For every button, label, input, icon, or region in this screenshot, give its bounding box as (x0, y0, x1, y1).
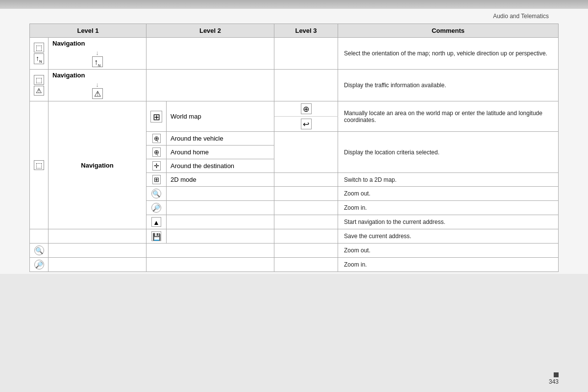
nav-compass-icon: ↑N (92, 56, 103, 67)
level1-nav-main: Navigation (49, 101, 147, 229)
zoomout-icon-cell-nav: 🔍 (147, 187, 167, 201)
nav-icon-group: ⬚ ↑N (34, 43, 44, 65)
top-bar (0, 0, 588, 9)
mode2d-icon: ⊞ (152, 175, 161, 184)
comment-startnav: Start navigation to the current address. (338, 215, 559, 229)
save-icon-cell: 💾 (147, 229, 167, 244)
level3-around-empty (274, 132, 338, 173)
col-comments: Comments (338, 24, 559, 38)
comment-save: Save the current address. (338, 229, 559, 244)
zoomout-label-nav (167, 187, 274, 201)
table-row: 🔎 Zoom in. (30, 258, 559, 272)
page-square-icon (554, 372, 559, 377)
around-home-icon-cell: ⊕̣ (147, 146, 167, 159)
col-level1: Level 1 (30, 24, 147, 38)
comment-zoomin-nav: Zoom in. (338, 201, 559, 215)
zoomout-icon-nav: 🔍 (151, 189, 161, 198)
zoomin-icon-nav: 🔎 (151, 203, 161, 213)
level2-empty (147, 38, 274, 70)
around-home-label-cell: Around home (167, 146, 274, 159)
around-home-icon: ⊕̣ (152, 147, 161, 157)
nav-icon-group-2: ⬚ ⚠ (34, 75, 44, 96)
level3-zoomin (274, 201, 338, 215)
nav-mute-icon: ⬚ (34, 43, 44, 52)
comment-around: Display the location criteria selected. (338, 132, 559, 173)
nav-mute-icon-2: ⬚ (34, 75, 44, 85)
level1-icon-cell-2: ⬚ ⚠ (30, 70, 49, 101)
nav-arrow-down-2: ↓ (96, 81, 99, 88)
level3-zoomout (274, 187, 338, 201)
comment-2dmode: Switch to a 2D map. (338, 173, 559, 187)
around-vehicle-label-cell: Around the vehicle (167, 132, 274, 146)
save-icon: 💾 (151, 231, 161, 241)
mode2d-label-cell: 2D mode (167, 173, 274, 187)
comment-worldmap: Manually locate an area on the world map… (338, 101, 559, 132)
level3-save (274, 229, 338, 244)
table-row: 💾 Save the current address. (30, 229, 559, 244)
around-vehicle-label: Around the vehicle (171, 135, 223, 142)
level1-icon-cell-nav: ⬚ (30, 101, 49, 229)
level2-worldmap-icon: ⊞ (147, 101, 167, 132)
table-row: ⬚ Navigation ⊞ World map ⊕ Manually loca… (30, 101, 559, 117)
around-dest-label-cell: Around the destination (167, 159, 274, 173)
around-dest-icon-cell: ✛ (147, 159, 167, 173)
level3-2dmode (274, 173, 338, 187)
zoomout-icon-bot: 🔍 (34, 245, 44, 255)
startnav-label-cell (167, 215, 274, 229)
around-home-label: Around home (171, 148, 209, 156)
level1-navigation-main: Navigation (81, 162, 113, 169)
crosshair-icon: ⊕ (301, 103, 312, 114)
page-header: Audio and Telematics (0, 9, 588, 22)
startnav-icon-cell: ▲ (147, 215, 167, 229)
dummy-icon-cell (30, 229, 49, 244)
table-row: ⬚ ↑N Navigation ↓ ↑N Select the orientat… (30, 38, 559, 70)
dummy-level1 (49, 229, 147, 244)
level2-worldmap-label: World map (167, 101, 274, 132)
table-row: ⬚ ⚠ Navigation ↓ ⚠ Display the traffic i… (30, 70, 559, 101)
navigation-table: Level 1 Level 2 Level 3 Comments ⬚ ↑N Na… (29, 24, 559, 272)
level2-empty-bot2 (147, 258, 274, 272)
comment-1: Select the orientation of the map; north… (338, 38, 559, 70)
col-level2: Level 2 (147, 24, 274, 38)
around-vehicle-icon: ⊕̣ (152, 134, 161, 143)
nav-warn-icon-2: ⚠ (92, 88, 103, 99)
level3-empty-bot1 (274, 244, 338, 258)
level3-empty (274, 38, 338, 70)
level1-empty-bot2 (49, 258, 147, 272)
worldmap-icon: ⊞ (150, 111, 162, 122)
level1-navigation-label: Navigation (52, 40, 85, 47)
mode2d-label: 2D mode (171, 176, 196, 183)
table-header-row: Level 1 Level 2 Level 3 Comments (30, 24, 559, 38)
zoomin-icon-bot: 🔎 (34, 260, 44, 270)
level3-worldmap-2: ↩ (274, 117, 338, 132)
page-title: Audio and Telematics (493, 13, 549, 20)
zoomout-icon-cell-bot: 🔍 (30, 244, 49, 258)
worldmap-label: World map (171, 113, 201, 120)
level1-label-cell: Navigation ↓ ↑N (49, 38, 147, 70)
level3-worldmap-1: ⊕ (274, 101, 338, 117)
nav-warn-icon: ⚠ (34, 86, 44, 96)
level1-label-cell-2: Navigation ↓ ⚠ (49, 70, 147, 101)
nav-arrow-down: ↓ (96, 49, 99, 56)
page-number: 343 (549, 378, 559, 385)
comment-2: Display the traffic information availabl… (338, 70, 559, 101)
zoomin-label-nav (167, 201, 274, 215)
col-level3: Level 3 (274, 24, 338, 38)
return-icon: ↩ (301, 119, 312, 129)
mode2d-icon-cell: ⊞ (147, 173, 167, 187)
level3-empty-2 (274, 70, 338, 101)
around-vehicle-icon-cell: ⊕̣ (147, 132, 167, 146)
table-row: 🔍 Zoom out. (30, 244, 559, 258)
zoomin-icon-cell-bot: 🔎 (30, 258, 49, 272)
level1-navigation-label-2: Navigation (52, 72, 85, 79)
comment-zoomout-nav: Zoom out. (338, 187, 559, 201)
level1-icon-cell: ⬚ ↑N (30, 38, 49, 70)
main-content: Level 1 Level 2 Level 3 Comments ⬚ ↑N Na… (0, 22, 588, 274)
zoomin-icon-cell-nav: 🔎 (147, 201, 167, 215)
startnav-icon: ▲ (151, 217, 161, 227)
nav-arrow-icon: ↑N (34, 53, 44, 65)
level3-empty-bot2 (274, 258, 338, 272)
level2-empty-bot1 (147, 244, 274, 258)
level3-startnav (274, 215, 338, 229)
level1-empty-bot1 (49, 244, 147, 258)
